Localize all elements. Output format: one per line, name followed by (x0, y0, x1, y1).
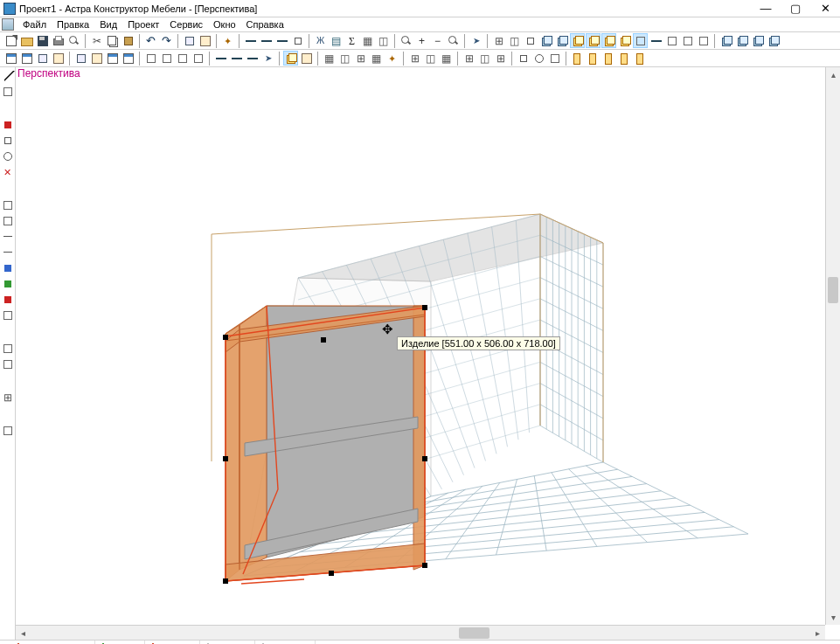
tb-meas1[interactable] (649, 33, 663, 48)
tb2-17[interactable] (299, 51, 314, 66)
tb-copy[interactable] (105, 33, 120, 48)
canvas[interactable]: Изделие [551.00 x 506.00 x 718.00] (16, 80, 825, 625)
maximize-button[interactable]: ▢ (781, 0, 810, 17)
vt-del[interactable] (1, 165, 15, 179)
vt-t9[interactable] (1, 424, 15, 438)
vt-blu[interactable] (1, 261, 15, 275)
tab-front[interactable]: Фронт (145, 641, 200, 644)
tab-left[interactable]: Слева (200, 641, 255, 644)
vertical-scrollbar[interactable]: ▴ ▾ (825, 67, 840, 625)
tb-view2[interactable] (507, 33, 522, 48)
vt-grn[interactable] (1, 277, 15, 291)
tb2-10[interactable] (159, 51, 174, 66)
menu-view[interactable]: Вид (94, 17, 122, 31)
tb-iso3[interactable] (750, 33, 765, 48)
tb-render4[interactable] (617, 33, 632, 48)
horizontal-scrollbar[interactable]: ◂ ▸ (16, 625, 825, 640)
tb-zoomfit[interactable] (446, 33, 461, 48)
tb-meas4[interactable] (696, 33, 711, 48)
tb2-12[interactable] (191, 51, 205, 66)
tb-cut[interactable] (89, 33, 104, 48)
tb-print[interactable] (51, 33, 66, 48)
tb-view3[interactable] (523, 33, 538, 48)
tb2-29[interactable] (516, 51, 531, 66)
scroll-track[interactable] (31, 627, 810, 639)
tb2-15[interactable] (245, 51, 260, 66)
tb2-mode[interactable] (283, 51, 298, 66)
tb2-13[interactable] (213, 51, 228, 66)
vt-t6[interactable] (1, 342, 15, 356)
vt-rect[interactable] (1, 134, 15, 148)
tb-options[interactable] (220, 33, 235, 48)
tb-paste[interactable] (121, 33, 135, 48)
tb-meas3[interactable] (680, 33, 695, 48)
tb2-24[interactable] (423, 51, 438, 66)
tb-save[interactable] (35, 33, 50, 48)
tb-iso2[interactable] (734, 33, 749, 48)
vt-t4[interactable] (1, 246, 15, 260)
tb2-door3[interactable] (601, 51, 616, 66)
tb-render3[interactable] (601, 33, 616, 48)
tb-render1[interactable] (570, 33, 585, 48)
tb2-22[interactable] (385, 51, 399, 66)
vt-t5[interactable] (1, 308, 15, 322)
scroll-down-icon[interactable]: ▾ (826, 610, 840, 625)
tb-dim1[interactable] (243, 33, 258, 48)
menu-file[interactable]: Файл (17, 17, 52, 31)
tb-layout2[interactable] (376, 33, 391, 48)
tb2-31[interactable] (547, 51, 562, 66)
tb-new[interactable] (3, 33, 18, 48)
tb2-1[interactable] (3, 51, 18, 66)
tab-perspective[interactable]: Перспектива (10, 641, 95, 644)
tb2-23[interactable] (407, 51, 422, 66)
tb-snap[interactable] (633, 33, 648, 48)
tb2-19[interactable] (337, 51, 352, 66)
vt-t3[interactable] (1, 230, 15, 244)
scroll-thumb[interactable] (828, 277, 838, 303)
tb-orbit[interactable] (469, 33, 483, 48)
tb-zoomwin[interactable] (399, 33, 413, 48)
tb2-18[interactable] (322, 51, 337, 66)
tb2-door5[interactable] (633, 51, 648, 66)
menu-help[interactable]: Справка (241, 17, 289, 31)
tb2-28[interactable] (493, 51, 508, 66)
tb-sigma[interactable] (344, 33, 359, 48)
menu-edit[interactable]: Правка (52, 17, 94, 31)
tb-iso4[interactable] (766, 33, 781, 48)
tb-undo[interactable] (143, 33, 158, 48)
tb-view1[interactable] (491, 33, 506, 48)
menu-window[interactable]: Окно (208, 17, 241, 31)
tb2-6[interactable] (89, 51, 104, 66)
close-button[interactable]: ✕ (810, 0, 840, 17)
tb-panel[interactable] (198, 33, 212, 48)
tb-dim3[interactable] (274, 33, 289, 48)
vt-t8[interactable] (1, 391, 15, 405)
tb-h[interactable] (313, 33, 328, 48)
tb-tree[interactable] (329, 33, 344, 48)
tab-plan[interactable]: План (95, 641, 146, 644)
tb2-8[interactable] (121, 51, 135, 66)
scroll-thumb[interactable] (459, 627, 489, 639)
tb2-27[interactable] (477, 51, 492, 66)
viewport[interactable]: Перспектива (16, 67, 840, 640)
vt-select[interactable] (1, 69, 15, 83)
tb-product[interactable] (182, 33, 197, 48)
tb-cube1[interactable] (538, 33, 553, 48)
mdi-icon[interactable] (2, 18, 14, 31)
vt-t7[interactable] (1, 357, 15, 371)
tb2-5[interactable] (73, 51, 88, 66)
tb-dim4[interactable] (290, 33, 305, 48)
tb2-door1[interactable] (570, 51, 585, 66)
tb2-26[interactable] (462, 51, 476, 66)
vt-red[interactable] (1, 118, 15, 132)
tb2-11[interactable] (175, 51, 190, 66)
tb2-9[interactable] (143, 51, 158, 66)
scroll-left-icon[interactable]: ◂ (16, 626, 31, 641)
tb-preview[interactable] (66, 33, 81, 48)
vt-t1[interactable] (1, 198, 15, 212)
tb2-30[interactable] (531, 51, 546, 66)
tb2-2[interactable] (19, 51, 34, 66)
tb-zoomin[interactable] (414, 33, 429, 48)
tb-dim2[interactable] (259, 33, 274, 48)
tb-open[interactable] (19, 33, 34, 48)
